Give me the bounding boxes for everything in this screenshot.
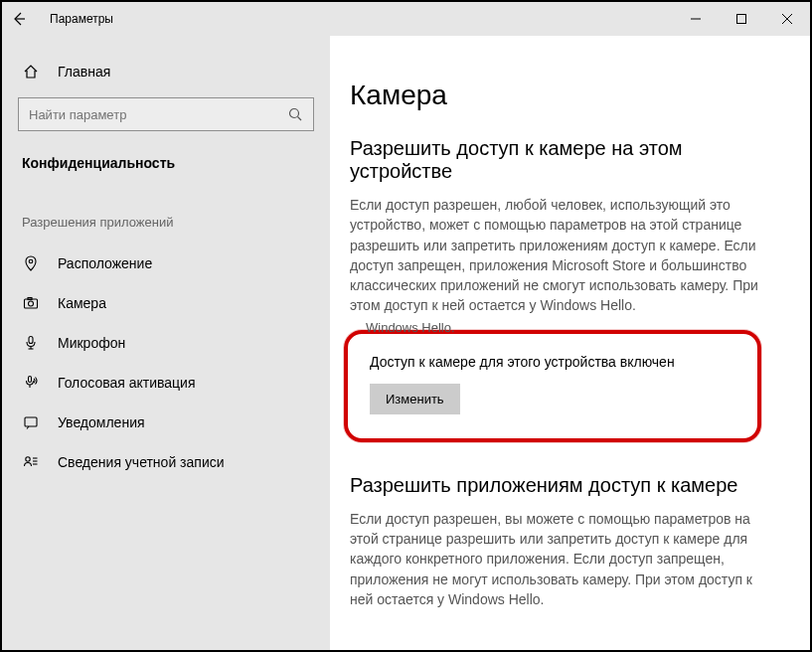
arrow-left-icon: [11, 11, 27, 27]
svg-point-8: [29, 301, 34, 306]
sidebar-item-label: Уведомления: [58, 414, 145, 430]
home-nav[interactable]: Главная: [2, 64, 330, 97]
svg-rect-15: [25, 417, 37, 426]
voice-icon: [22, 375, 40, 391]
home-label: Главная: [58, 64, 110, 80]
home-icon: [22, 64, 40, 80]
section1-body: Если доступ разрешен, любой человек, исп…: [350, 195, 767, 316]
cutoff-text: Windows Hello.: [366, 320, 455, 335]
camera-access-status: Доступ к камере для этого устройства вкл…: [370, 354, 735, 370]
sidebar-item-label: Расположение: [58, 255, 152, 271]
app-title: Параметры: [50, 12, 113, 26]
sidebar-item-account-info[interactable]: Сведения учетной записи: [2, 442, 330, 482]
sidebar-item-location[interactable]: Расположение: [2, 244, 330, 283]
close-icon: [782, 14, 792, 24]
search-input[interactable]: [29, 107, 287, 122]
svg-rect-10: [29, 337, 33, 344]
svg-rect-7: [25, 299, 38, 308]
minimize-icon: [691, 14, 701, 24]
notifications-icon: [22, 414, 40, 430]
svg-rect-1: [737, 15, 746, 24]
svg-line-5: [298, 117, 302, 121]
section1-title: Разрешить доступ к камере на этом устрой…: [350, 137, 774, 183]
svg-point-6: [29, 259, 33, 263]
sidebar-item-label: Сведения учетной записи: [58, 454, 225, 470]
section2-body: Если доступ разрешен, вы можете с помощь…: [350, 509, 767, 609]
search-box[interactable]: [18, 97, 314, 131]
search-wrap: [2, 97, 330, 151]
microphone-icon: [22, 335, 40, 351]
sidebar-item-voice-activation[interactable]: Голосовая активация: [2, 363, 330, 403]
account-info-icon: [22, 454, 40, 470]
back-button[interactable]: [2, 2, 36, 36]
maximize-icon: [736, 14, 746, 24]
search-icon: [287, 106, 303, 122]
location-icon: [22, 255, 40, 271]
maximize-button[interactable]: [719, 2, 764, 36]
group-label: Разрешения приложений: [2, 197, 330, 244]
titlebar: Параметры: [2, 2, 810, 36]
section-label: Конфиденциальность: [2, 151, 330, 197]
sidebar-item-label: Голосовая активация: [58, 375, 196, 391]
sidebar-item-microphone[interactable]: Микрофон: [2, 323, 330, 363]
minimize-button[interactable]: [673, 2, 719, 36]
settings-window: Параметры Главная Конфиденциальность Раз…: [0, 0, 812, 652]
sidebar-item-label: Камера: [58, 295, 106, 311]
close-button[interactable]: [764, 2, 810, 36]
change-button[interactable]: Изменить: [370, 384, 460, 414]
camera-icon: [22, 295, 40, 311]
sidebar-item-label: Микрофон: [58, 335, 125, 351]
body: Главная Конфиденциальность Разрешения пр…: [2, 36, 810, 650]
sidebar: Главная Конфиденциальность Разрешения пр…: [2, 36, 330, 650]
sidebar-item-notifications[interactable]: Уведомления: [2, 403, 330, 442]
caption-buttons: [673, 2, 810, 36]
svg-point-16: [26, 457, 30, 461]
svg-rect-13: [29, 377, 32, 383]
section2-title: Разрешить приложениям доступ к камере: [350, 474, 774, 497]
highlight-box: Windows Hello. Доступ к камере для этого…: [344, 330, 761, 442]
content: Камера Разрешить доступ к камере на этом…: [330, 36, 810, 650]
page-title: Камера: [350, 80, 774, 111]
sidebar-item-camera[interactable]: Камера: [2, 283, 330, 323]
svg-point-4: [290, 109, 299, 118]
